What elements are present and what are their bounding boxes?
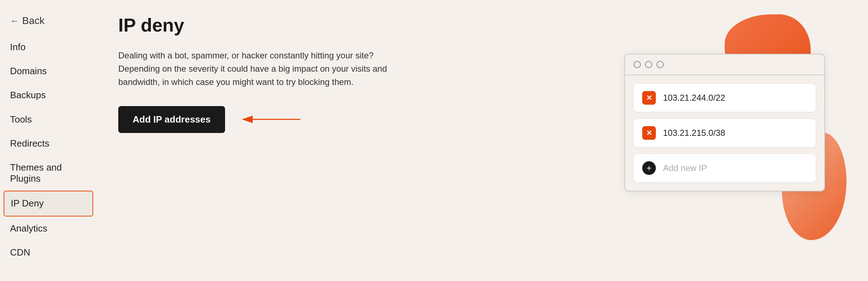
ip-entry-2: ✕ 103.21.215.0/38 [634, 119, 816, 147]
page-description: Dealing with a bot, spammer, or hacker c… [118, 49, 391, 89]
sidebar: ← Back Info Domains Backups Tools Redire… [0, 0, 97, 281]
sidebar-item-cdn[interactable]: CDN [0, 240, 97, 265]
sidebar-item-info[interactable]: Info [0, 35, 97, 59]
back-button[interactable]: ← Back [0, 11, 97, 35]
arrow-icon [239, 112, 304, 127]
ip-value-1: 103.21.244.0/22 [663, 93, 725, 103]
arrow-indicator [239, 112, 304, 127]
sidebar-item-analytics[interactable]: Analytics [0, 216, 97, 240]
sidebar-item-ip-deny[interactable]: IP Deny [4, 191, 93, 216]
browser-dot-1 [634, 61, 641, 68]
browser-body: ✕ 103.21.244.0/22 ✕ 103.21.215.0/38 + Ad… [625, 75, 824, 191]
add-new-ip-label: Add new IP [663, 163, 707, 173]
main-content: IP deny Dealing with a bot, spammer, or … [97, 0, 868, 281]
browser-header [625, 54, 824, 75]
ip-remove-icon-2[interactable]: ✕ [642, 126, 656, 140]
sidebar-item-redirects[interactable]: Redirects [0, 132, 97, 156]
sidebar-item-domains[interactable]: Domains [0, 59, 97, 83]
browser-window-card: ✕ 103.21.244.0/22 ✕ 103.21.215.0/38 + Ad… [624, 54, 825, 191]
sidebar-item-backups[interactable]: Backups [0, 83, 97, 107]
browser-dot-3 [657, 61, 664, 68]
browser-dot-2 [645, 61, 652, 68]
sidebar-item-tools[interactable]: Tools [0, 108, 97, 132]
illustration-area: ✕ 103.21.244.0/22 ✕ 103.21.215.0/38 + Ad… [603, 11, 846, 269]
ip-remove-icon-1[interactable]: ✕ [642, 91, 656, 105]
back-label: Back [22, 15, 44, 27]
plus-icon: + [642, 161, 656, 175]
add-ip-button[interactable]: Add IP addresses [118, 106, 225, 133]
back-arrow-icon: ← [10, 15, 19, 27]
sidebar-item-themes-plugins[interactable]: Themes and Plugins [0, 156, 97, 191]
ip-add-new-row[interactable]: + Add new IP [634, 154, 816, 182]
ip-value-2: 103.21.215.0/38 [663, 128, 725, 138]
ip-entry-1: ✕ 103.21.244.0/22 [634, 84, 816, 112]
